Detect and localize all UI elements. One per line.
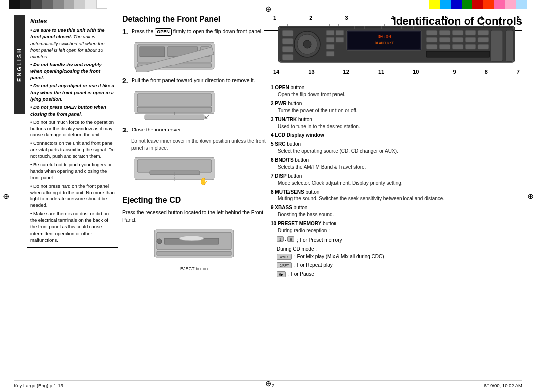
step-1-svg xyxy=(130,40,219,72)
svg-text:✋: ✋ xyxy=(200,177,208,186)
svg-rect-57 xyxy=(478,44,489,49)
svg-point-23 xyxy=(179,236,204,241)
svg-rect-56 xyxy=(465,44,476,49)
footer-center: 2 xyxy=(272,383,274,388)
eject-label: EJECT button xyxy=(122,266,266,271)
pause-btn: 6▶ xyxy=(277,271,286,277)
notes-content: • Be sure to use this unit with the fron… xyxy=(30,27,115,243)
left-column: ENGLISH Notes • Be sure to use this unit… xyxy=(14,15,118,375)
svg-rect-8 xyxy=(137,94,212,106)
mix-btn: 4/MIX xyxy=(277,254,292,260)
svg-point-21 xyxy=(157,239,162,244)
svg-rect-45 xyxy=(452,30,463,35)
footer-right: 6/19/00, 10:02 AM xyxy=(484,383,522,388)
footer: Key Largo (Eng) p.1-13 2 6/19/00, 10:02 … xyxy=(14,380,522,388)
step-1-text: Press the OPEN firmly to open the flip d… xyxy=(132,28,266,36)
middle-column: Detaching the Front Panel 1. Press the O… xyxy=(122,15,266,375)
svg-rect-46 xyxy=(465,30,476,35)
step-3-image-area: ✋ xyxy=(130,155,266,188)
step-3-num: 3. xyxy=(122,126,129,134)
svg-rect-37 xyxy=(326,30,334,35)
notes-title: Notes xyxy=(30,18,115,25)
svg-rect-9 xyxy=(137,107,212,112)
note-3: • Do not put any object or use it like a… xyxy=(30,82,115,102)
step-3-sub: Do not leave inner cover in the down pos… xyxy=(131,138,266,152)
svg-rect-60 xyxy=(426,51,490,57)
during-cd-label: During CD mode : xyxy=(277,245,522,253)
step-1-image-area xyxy=(130,40,266,73)
control-1: 1 OPEN button Open the flip down front p… xyxy=(271,84,522,98)
svg-rect-40 xyxy=(326,51,334,56)
svg-rect-59 xyxy=(506,30,513,61)
control-3: 3 TUN/TRK button Used to tune in to the … xyxy=(271,116,522,130)
svg-rect-2 xyxy=(140,47,165,57)
device-diagram: 1 2 3 4 15 5 6 00:00 BLAUPUNKT xyxy=(271,15,522,79)
open-btn-label: OPEN xyxy=(155,28,172,36)
footer-left: Key Largo (Eng) p.1-13 xyxy=(14,383,63,388)
pause-row: 6▶ ; For Pause xyxy=(277,270,522,278)
step-3-text: Close the inner cover. xyxy=(132,126,266,133)
detach-section: Detaching the Front Panel 1. Press the O… xyxy=(122,15,266,188)
svg-rect-33 xyxy=(282,30,293,36)
preset-btn-1: 1 xyxy=(277,236,284,242)
svg-rect-53 xyxy=(426,44,437,49)
svg-text:00:00: 00:00 xyxy=(377,34,391,39)
svg-rect-55 xyxy=(452,44,463,49)
diagram-numbers-top: 1 2 3 4 15 5 6 xyxy=(271,15,522,22)
repeat-row: 5/RPT ; For Repeat play xyxy=(277,261,522,269)
control-7: 7 DISP button Mode selector. Clock adjus… xyxy=(271,173,522,187)
svg-rect-58 xyxy=(491,30,503,61)
control-5: 5 SRC button Select the operating source… xyxy=(271,141,522,155)
step-2-image-area: ↙ xyxy=(130,89,266,122)
step-1: 1. Press the OPEN firmly to open the fli… xyxy=(122,28,266,36)
svg-rect-10 xyxy=(145,115,204,120)
device-svg: 00:00 BLAUPUNKT xyxy=(271,22,522,67)
svg-rect-51 xyxy=(465,37,476,42)
note-4: • Do not press OPEN button when closing … xyxy=(30,104,115,117)
note-2: • Do not handle the unit roughly when op… xyxy=(30,61,115,81)
note-6: • Connectors on the unit and front panel… xyxy=(30,140,115,160)
detach-title: Detaching the Front Panel xyxy=(122,15,266,24)
step-2: 2. Pull the front panel toward your dire… xyxy=(122,77,266,85)
svg-rect-41 xyxy=(336,30,344,35)
svg-rect-48 xyxy=(426,37,437,42)
color-bar-right xyxy=(429,0,527,9)
svg-rect-34 xyxy=(282,38,293,44)
control-4: 4 LCD Display window xyxy=(271,132,522,139)
note-9: • Make sure there is no dust or dirt on … xyxy=(30,210,115,243)
step-2-num: 2. xyxy=(122,77,129,85)
svg-rect-36 xyxy=(282,54,293,60)
step-2-svg: ↙ xyxy=(130,89,219,121)
english-label: ENGLISH xyxy=(16,47,22,82)
eject-section: Ejecting the CD Press the recessed butto… xyxy=(122,196,266,271)
eject-image-area: EJECT button xyxy=(122,227,266,271)
svg-text:BLAUPUNKT: BLAUPUNKT xyxy=(375,41,394,45)
note-5: • Do not put much force to the operation… xyxy=(30,119,115,138)
svg-point-32 xyxy=(303,40,311,48)
note-8: • Do not press hard on the front panel w… xyxy=(30,183,115,209)
main-content: Identification of Controls ENGLISH Notes… xyxy=(14,15,522,375)
svg-rect-52 xyxy=(478,37,489,42)
right-column: 1 2 3 4 15 5 6 00:00 BLAUPUNKT xyxy=(271,15,522,375)
step-1-num: 1. xyxy=(122,28,129,36)
svg-text:↙: ↙ xyxy=(204,112,210,120)
mix-row: 4/MIX ; For Mix play (Mix & Mix all duri… xyxy=(277,253,522,260)
note-7: • Be careful not to pinch your fingers o… xyxy=(30,161,115,181)
svg-rect-50 xyxy=(452,37,463,42)
svg-rect-43 xyxy=(426,30,437,35)
control-6: 6 BND/TS button Selects the AM/FM Band &… xyxy=(271,157,522,171)
eject-title: Ejecting the CD xyxy=(122,196,266,205)
control-10: 10 PRESET MEMORY button During radio rec… xyxy=(271,220,522,234)
control-8: 8 MUTE/SENS button Muting the sound. Swi… xyxy=(271,189,522,202)
controls-list: 1 OPEN button Open the flip down front p… xyxy=(271,84,522,279)
svg-rect-54 xyxy=(439,44,450,49)
svg-rect-38 xyxy=(326,37,334,42)
svg-rect-14 xyxy=(137,160,212,172)
svg-rect-44 xyxy=(439,30,450,35)
preset-memory-row: 1 - 6 ; For Preset memory xyxy=(277,236,522,244)
eject-text: Press the recessed button located to the… xyxy=(122,209,266,223)
color-bar-left xyxy=(9,0,107,9)
english-sidebar: ENGLISH xyxy=(14,15,25,114)
preset-memory-radio: 1 - 6 ; For Preset memory During CD mode… xyxy=(271,236,522,278)
diagram-numbers-bottom: 14 13 12 11 10 9 8 7 xyxy=(271,68,522,75)
